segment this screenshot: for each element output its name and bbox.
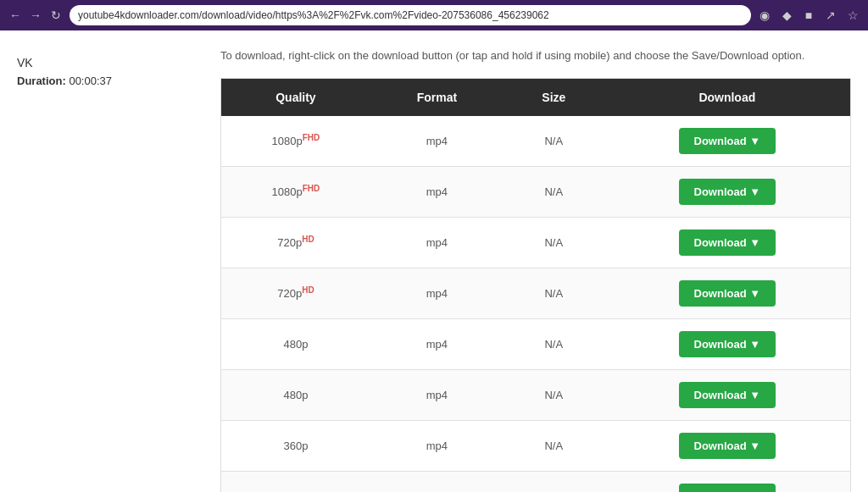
quality-badge: HD <box>302 235 314 244</box>
quality-cell: 360p <box>221 420 370 471</box>
download-cell: Download ▼ <box>604 268 851 318</box>
table-row: 720pHDmp4N/ADownload ▼ <box>221 268 851 318</box>
format-cell: mp4 <box>370 318 504 369</box>
duration-value: 00:00:37 <box>69 75 112 87</box>
main-content: To download, right-click on the download… <box>203 47 851 492</box>
table-row: 1080pFHDmp4N/ADownload ▼ <box>221 116 851 167</box>
reload-button[interactable]: ↻ <box>47 7 64 24</box>
download-button[interactable]: Download ▼ <box>679 484 776 493</box>
size-cell: N/A <box>504 116 604 167</box>
table-row: 360pmp4N/ADownload ▼ <box>221 471 851 492</box>
download-cell: Download ▼ <box>604 318 851 369</box>
col-download: Download <box>604 78 851 116</box>
col-format: Format <box>370 78 504 116</box>
format-cell: mp4 <box>370 369 504 420</box>
download-cell: Download ▼ <box>604 217 851 268</box>
quality-cell: 360p <box>221 471 370 492</box>
quality-badge: FHD <box>303 133 320 142</box>
format-cell: mp4 <box>370 471 504 492</box>
download-button[interactable]: Download ▼ <box>679 128 776 154</box>
download-cell: Download ▼ <box>604 116 851 167</box>
back-button[interactable]: ← <box>7 7 24 24</box>
url-text: youtube4kdownloader.com/download/video/h… <box>78 9 549 21</box>
table-row: 480pmp4N/ADownload ▼ <box>221 318 851 369</box>
download-cell: Download ▼ <box>604 420 851 471</box>
download-button[interactable]: Download ▼ <box>679 382 776 408</box>
size-cell: N/A <box>504 471 604 492</box>
address-bar[interactable]: youtube4kdownloader.com/download/video/h… <box>70 5 751 25</box>
format-cell: mp4 <box>370 217 504 268</box>
shield-icon[interactable]: ◉ <box>756 7 773 24</box>
share-icon[interactable]: ↗ <box>822 7 839 24</box>
bookmark-icon[interactable]: ☆ <box>844 7 861 24</box>
table-row: 1080pFHDmp4N/ADownload ▼ <box>221 166 851 217</box>
size-cell: N/A <box>504 369 604 420</box>
info-text: To download, right-click on the download… <box>220 47 851 64</box>
size-cell: N/A <box>504 166 604 217</box>
download-button[interactable]: Download ▼ <box>679 280 776 307</box>
forward-button[interactable]: → <box>27 7 44 24</box>
table-header: Quality Format Size Download <box>221 78 851 116</box>
page-content: VK Duration: 00:00:37 To download, right… <box>0 30 868 492</box>
quality-cell: 480p <box>221 369 370 420</box>
download-button[interactable]: Download ▼ <box>679 331 776 357</box>
download-cell: Download ▼ <box>604 471 851 492</box>
table-row: 360pmp4N/ADownload ▼ <box>221 420 851 471</box>
table-header-row: Quality Format Size Download <box>221 78 851 116</box>
format-cell: mp4 <box>370 166 504 217</box>
browser-actions: ◉ ◆ ■ ↗ ☆ <box>756 7 861 24</box>
download-cell: Download ▼ <box>604 166 851 217</box>
download-table: Quality Format Size Download 1080pFHDmp4… <box>220 78 851 493</box>
format-cell: mp4 <box>370 420 504 471</box>
table-row: 720pHDmp4N/ADownload ▼ <box>221 217 851 268</box>
col-size: Size <box>504 78 604 116</box>
extension-icon[interactable]: ◆ <box>778 7 795 24</box>
size-cell: N/A <box>504 318 604 369</box>
browser-chrome: ← → ↻ youtube4kdownloader.com/download/v… <box>0 0 868 30</box>
duration-key: Duration: <box>17 75 66 87</box>
quality-badge: HD <box>302 285 314 295</box>
quality-cell: 1080pFHD <box>221 116 370 167</box>
video-title: VK <box>17 56 203 69</box>
browser-nav-controls[interactable]: ← → ↻ <box>7 7 64 24</box>
download-button[interactable]: Download ▼ <box>679 229 776 256</box>
incognito-icon[interactable]: ■ <box>800 7 817 24</box>
page-wrapper: VK Duration: 00:00:37 To download, right… <box>17 47 851 492</box>
format-cell: mp4 <box>370 268 504 318</box>
left-info-panel: VK Duration: 00:00:37 <box>17 47 203 492</box>
quality-cell: 720pHD <box>221 217 370 268</box>
download-button[interactable]: Download ▼ <box>679 433 776 459</box>
quality-cell: 480p <box>221 318 370 369</box>
download-cell: Download ▼ <box>604 369 851 420</box>
format-cell: mp4 <box>370 116 504 167</box>
download-button[interactable]: Download ▼ <box>679 179 776 205</box>
quality-cell: 1080pFHD <box>221 166 370 217</box>
table-body: 1080pFHDmp4N/ADownload ▼1080pFHDmp4N/ADo… <box>221 116 851 493</box>
size-cell: N/A <box>504 268 604 318</box>
col-quality: Quality <box>221 78 370 116</box>
size-cell: N/A <box>504 420 604 471</box>
quality-cell: 720pHD <box>221 268 370 318</box>
table-row: 480pmp4N/ADownload ▼ <box>221 369 851 420</box>
quality-badge: FHD <box>303 184 320 193</box>
size-cell: N/A <box>504 217 604 268</box>
duration-label: Duration: 00:00:37 <box>17 75 203 87</box>
